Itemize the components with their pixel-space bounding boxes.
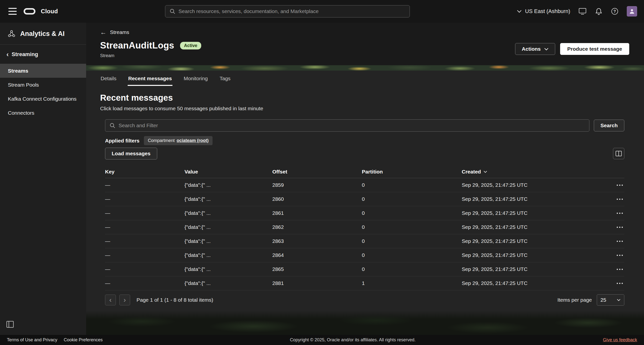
filter-search[interactable] xyxy=(105,119,590,132)
region-label: US East (Ashburn) xyxy=(525,8,570,14)
applied-filters-label: Applied filters xyxy=(105,138,140,144)
terms-link[interactable]: Terms of Use and Privacy xyxy=(7,337,57,342)
hamburger-menu-button[interactable] xyxy=(7,6,18,17)
row-actions-button[interactable] xyxy=(615,210,624,217)
column-header-partition[interactable]: Partition xyxy=(362,169,462,175)
feedback-link[interactable]: Give us feedback xyxy=(603,337,637,342)
cell-created: Sep 29, 2025, 21:47:25 UTC xyxy=(462,266,607,272)
column-settings-button[interactable] xyxy=(613,148,624,159)
help-button[interactable]: ? xyxy=(610,7,619,16)
breadcrumb: ← Streams xyxy=(100,28,629,36)
tab-details[interactable]: Details xyxy=(100,74,117,86)
sidebar-item-label: Kafka Connect Configurations xyxy=(8,96,76,102)
cell-partition: 0 xyxy=(362,224,462,230)
cell-partition: 0 xyxy=(362,210,462,216)
tab-tags[interactable]: Tags xyxy=(219,74,231,86)
sidebar-item-connectors[interactable]: Connectors xyxy=(0,106,86,120)
sidebar-title: Analytics & AI xyxy=(0,23,86,44)
ellipsis-icon xyxy=(617,283,618,284)
tab-label: Tags xyxy=(220,76,230,81)
row-actions-button[interactable] xyxy=(615,252,624,259)
row-actions-button[interactable] xyxy=(615,182,624,189)
chevron-down-icon xyxy=(617,299,621,301)
topbar-right: US East (Ashburn) ? xyxy=(517,6,637,16)
row-actions-button[interactable] xyxy=(615,238,624,245)
column-header-created[interactable]: Created xyxy=(462,169,607,175)
ellipsis-icon xyxy=(617,255,618,256)
region-selector[interactable]: US East (Ashburn) xyxy=(517,8,570,14)
cell-partition: 0 xyxy=(362,182,462,188)
load-messages-button[interactable]: Load messages xyxy=(105,148,157,160)
global-search-input[interactable] xyxy=(178,8,406,14)
notifications-button[interactable] xyxy=(595,7,603,16)
oracle-logo xyxy=(24,8,36,14)
decorative-footer-art xyxy=(86,310,644,335)
sidebar-item-stream-pools[interactable]: Stream Pools xyxy=(0,78,86,92)
ellipsis-icon xyxy=(617,241,618,242)
compartment-filter-chip[interactable]: Compartmentociateam (root) xyxy=(144,136,212,145)
row-actions-button[interactable] xyxy=(615,224,624,231)
column-header-key[interactable]: Key xyxy=(105,169,184,175)
items-per-page-select[interactable]: 25 xyxy=(597,294,624,306)
messages-table: Key Value Offset Partition Created — {"d… xyxy=(105,165,624,290)
tab-label: Details xyxy=(100,76,116,81)
cell-partition: 0 xyxy=(362,266,462,272)
sidebar-item-kafka-connect-configurations[interactable]: Kafka Connect Configurations xyxy=(0,92,86,106)
tab-recent-messages[interactable]: Recent messages xyxy=(128,74,172,86)
breadcrumb-streams-link[interactable]: Streams xyxy=(110,29,129,35)
cell-key: — xyxy=(105,224,184,230)
sidebar-back-streaming[interactable]: ‹ Streaming xyxy=(0,44,86,62)
svg-text:?: ? xyxy=(614,9,616,14)
sort-chevron-down-icon xyxy=(483,170,487,173)
column-header-value[interactable]: Value xyxy=(184,169,272,175)
row-actions-button[interactable] xyxy=(615,266,624,273)
tab-label: Recent messages xyxy=(128,76,172,81)
actions-button[interactable]: Actions xyxy=(515,43,555,55)
cell-offset: 2861 xyxy=(272,210,362,216)
filter-search-input[interactable] xyxy=(118,122,585,128)
cookie-preferences-link[interactable]: Cookie Preferences xyxy=(64,337,102,342)
sidebar-items: Streams Stream Pools Kafka Connect Confi… xyxy=(0,64,86,120)
cell-value: {"data":{" ... xyxy=(184,182,272,188)
sidebar-back-label: Streaming xyxy=(12,51,38,58)
cell-created: Sep 29, 2025, 21:47:25 UTC xyxy=(462,210,607,216)
sidebar-item-label: Stream Pools xyxy=(8,82,39,88)
produce-test-message-button[interactable]: Produce test message xyxy=(560,43,629,55)
table-row: — {"data":{" ... 2861 0 Sep 29, 2025, 21… xyxy=(105,206,624,220)
prev-page-button[interactable]: ‹ xyxy=(105,294,116,306)
row-actions-button[interactable] xyxy=(615,196,624,203)
cell-partition: 0 xyxy=(362,252,462,258)
cell-created: Sep 29, 2025, 21:47:25 UTC xyxy=(462,252,607,258)
pagination: ‹ › Page 1 of 1 (1 - 8 of 8 total items)… xyxy=(105,294,624,306)
table-header: Key Value Offset Partition Created xyxy=(105,165,624,178)
global-search[interactable] xyxy=(165,5,410,18)
cloud-shell-button[interactable] xyxy=(578,7,587,16)
help-icon: ? xyxy=(611,8,618,15)
hamburger-icon xyxy=(8,8,17,9)
sidebar: Analytics & AI ‹ Streaming Streams Strea… xyxy=(0,23,86,335)
back-arrow-icon: ← xyxy=(100,29,106,36)
user-avatar[interactable] xyxy=(627,6,637,16)
ellipsis-icon xyxy=(617,198,618,200)
row-actions-button[interactable] xyxy=(615,280,624,287)
collapse-sidebar-button[interactable] xyxy=(6,320,14,329)
tab-monitoring[interactable]: Monitoring xyxy=(183,74,208,86)
ellipsis-icon xyxy=(617,212,618,214)
search-icon xyxy=(109,122,116,129)
columns-icon xyxy=(616,150,622,156)
copyright: Copyright © 2025, Oracle and/or its affi… xyxy=(290,337,416,342)
section-heading: Recent messages xyxy=(100,93,629,102)
sidebar-item-streams[interactable]: Streams xyxy=(0,64,86,78)
next-page-button[interactable]: › xyxy=(119,294,130,306)
filter-chip-value[interactable]: ociateam (root) xyxy=(176,138,208,143)
cell-value: {"data":{" ... xyxy=(184,252,272,258)
column-header-offset[interactable]: Offset xyxy=(272,169,362,175)
decorative-banner xyxy=(86,65,644,70)
search-button[interactable]: Search xyxy=(594,120,624,132)
table-row: — {"data":{" ... 2859 0 Sep 29, 2025, 21… xyxy=(105,178,624,192)
cell-offset: 2865 xyxy=(272,266,362,272)
sidebar-item-label: Connectors xyxy=(8,110,34,116)
status-badge: Active xyxy=(180,42,201,50)
cell-key: — xyxy=(105,266,184,272)
cell-partition: 0 xyxy=(362,196,462,202)
